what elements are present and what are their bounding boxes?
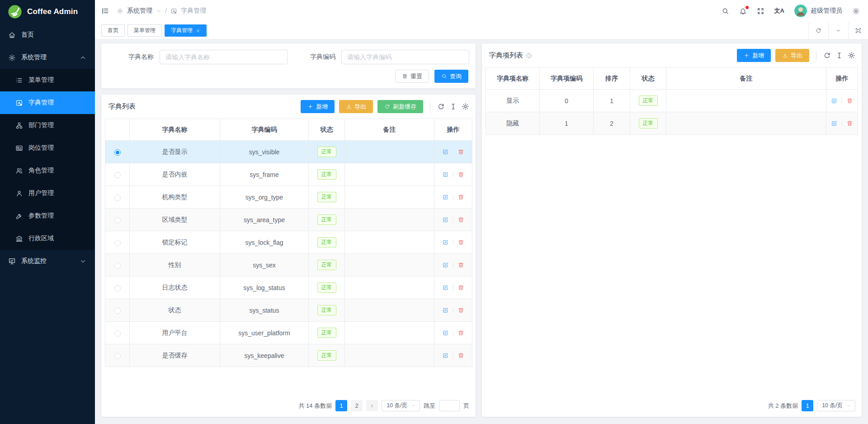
- page-button-2[interactable]: 2: [351, 400, 363, 411]
- edit-icon[interactable]: [442, 284, 449, 291]
- delete-icon[interactable]: [846, 120, 853, 127]
- tab-dict-mgmt[interactable]: 字典管理: [165, 24, 207, 37]
- delete-icon[interactable]: [458, 329, 464, 336]
- delete-icon[interactable]: [458, 284, 464, 291]
- sidebar-item-monitor[interactable]: 系统监控: [0, 250, 95, 272]
- add-button[interactable]: 新增: [737, 49, 771, 62]
- close-icon[interactable]: [196, 29, 200, 33]
- dict-name-input[interactable]: [160, 50, 288, 64]
- table-row[interactable]: 状态 sys_status 正常: [105, 299, 472, 322]
- breadcrumb-item-system[interactable]: 系统管理: [127, 7, 152, 15]
- sidebar-item-param-mgmt[interactable]: 参数管理: [0, 205, 95, 227]
- row-radio[interactable]: [114, 262, 121, 269]
- delete-icon[interactable]: [458, 216, 464, 223]
- next-page-button[interactable]: [366, 400, 378, 411]
- translate-icon[interactable]: 文A: [774, 7, 784, 15]
- delete-icon[interactable]: [458, 307, 464, 314]
- edit-icon[interactable]: [442, 329, 449, 336]
- row-radio[interactable]: [114, 285, 121, 291]
- delete-icon[interactable]: [458, 148, 464, 155]
- edit-icon[interactable]: [442, 171, 449, 178]
- sidebar-item-system[interactable]: 系统管理: [0, 46, 95, 69]
- menu-fold-icon[interactable]: [101, 7, 109, 15]
- tab-menu-mgmt[interactable]: 菜单管理: [127, 24, 162, 37]
- edit-icon[interactable]: [442, 239, 449, 246]
- sidebar-item-home[interactable]: 首页: [0, 24, 95, 46]
- query-button[interactable]: 查询: [434, 70, 468, 83]
- table-row[interactable]: 锁定标记 sys_lock_flag 正常: [105, 231, 472, 254]
- maximize-icon[interactable]: [848, 22, 868, 39]
- edit-icon[interactable]: [442, 194, 449, 200]
- sidebar-item-admin-region[interactable]: 行政区域: [0, 227, 95, 250]
- edit-icon[interactable]: [831, 97, 838, 104]
- refresh-icon[interactable]: [808, 22, 828, 39]
- table-row[interactable]: 日志状态 sys_log_status 正常: [105, 276, 472, 299]
- chevron-down-icon[interactable]: [156, 8, 161, 14]
- dict-code-input[interactable]: [341, 50, 469, 64]
- dict-code-group: 字典编码: [309, 50, 469, 64]
- row-height-icon[interactable]: [449, 103, 457, 110]
- delete-icon[interactable]: [846, 97, 853, 104]
- page-size-select[interactable]: 10 条/页: [382, 400, 420, 411]
- delete-icon[interactable]: [458, 171, 464, 178]
- delete-icon[interactable]: [458, 239, 464, 246]
- export-button[interactable]: 导出: [775, 49, 809, 62]
- row-radio[interactable]: [114, 149, 121, 156]
- reset-button[interactable]: 重置: [395, 70, 429, 83]
- info-icon[interactable]: [526, 52, 532, 59]
- fullscreen-icon[interactable]: [757, 7, 764, 15]
- sidebar-item-user-mgmt[interactable]: 用户管理: [0, 182, 95, 205]
- sidebar-item-label: 字典管理: [28, 99, 54, 107]
- sidebar-item-dept-mgmt[interactable]: 部门管理: [0, 114, 95, 137]
- row-radio[interactable]: [114, 353, 121, 359]
- sidebar-item-role-mgmt[interactable]: 角色管理: [0, 159, 95, 182]
- edit-icon[interactable]: [442, 262, 449, 268]
- column-settings-icon[interactable]: [462, 103, 469, 110]
- edit-icon[interactable]: [442, 148, 449, 155]
- user-menu[interactable]: 超级管理员: [794, 5, 842, 17]
- edit-icon[interactable]: [442, 216, 449, 223]
- add-button[interactable]: 新增: [301, 100, 335, 113]
- refresh-cache-button[interactable]: 刷新缓存: [377, 100, 423, 113]
- table-row[interactable]: 显示 0 1 正常: [486, 90, 858, 112]
- row-radio[interactable]: [114, 240, 121, 246]
- settings-gear-icon[interactable]: [852, 7, 860, 15]
- row-radio[interactable]: [114, 308, 121, 314]
- sidebar-item-post-mgmt[interactable]: 岗位管理: [0, 137, 95, 159]
- table-row[interactable]: 用户平台 sys_user_platform 正常: [105, 322, 472, 344]
- table-row[interactable]: 是否内嵌 sys_frame 正常: [105, 163, 472, 186]
- delete-icon[interactable]: [458, 194, 464, 200]
- search-icon[interactable]: [722, 7, 729, 15]
- table-row[interactable]: 是否显示 sys_visible 正常: [105, 141, 472, 163]
- refresh-table-icon[interactable]: [823, 52, 831, 59]
- table-row[interactable]: 区域类型 sys_area_type 正常: [105, 209, 472, 231]
- row-radio[interactable]: [114, 172, 121, 178]
- row-radio[interactable]: [114, 330, 121, 337]
- table-row[interactable]: 性别 sys_sex 正常: [105, 254, 472, 276]
- page-button-1[interactable]: 1: [335, 400, 347, 411]
- delete-icon[interactable]: [458, 262, 464, 268]
- row-height-icon[interactable]: [835, 52, 843, 59]
- bell-icon[interactable]: [739, 7, 747, 15]
- page-button-1[interactable]: 1: [802, 400, 813, 411]
- delete-icon[interactable]: [458, 352, 464, 359]
- export-button[interactable]: 导出: [339, 100, 373, 113]
- table-row[interactable]: 是否缓存 sys_keepalive 正常: [105, 344, 472, 367]
- edit-icon[interactable]: [442, 352, 449, 359]
- column-settings-icon[interactable]: [848, 52, 855, 59]
- edit-icon[interactable]: [831, 120, 838, 127]
- row-radio[interactable]: [114, 195, 121, 201]
- breadcrumb-separator: /: [165, 7, 167, 14]
- sidebar-item-dict-mgmt[interactable]: 字典管理: [0, 91, 95, 114]
- sidebar-item-menu-mgmt[interactable]: 菜单管理: [0, 69, 95, 91]
- table-row[interactable]: 隐藏 1 2 正常: [486, 112, 858, 135]
- cell-name: 是否内嵌: [130, 163, 220, 186]
- row-radio[interactable]: [114, 217, 121, 224]
- tab-home[interactable]: 首页: [101, 24, 125, 37]
- page-size-select[interactable]: 10 条/页: [817, 400, 855, 411]
- edit-icon[interactable]: [442, 307, 449, 314]
- chevron-down-icon[interactable]: [828, 22, 848, 39]
- table-row[interactable]: 机构类型 sys_org_type 正常: [105, 186, 472, 209]
- refresh-table-icon[interactable]: [437, 103, 445, 110]
- jump-page-input[interactable]: [439, 400, 460, 411]
